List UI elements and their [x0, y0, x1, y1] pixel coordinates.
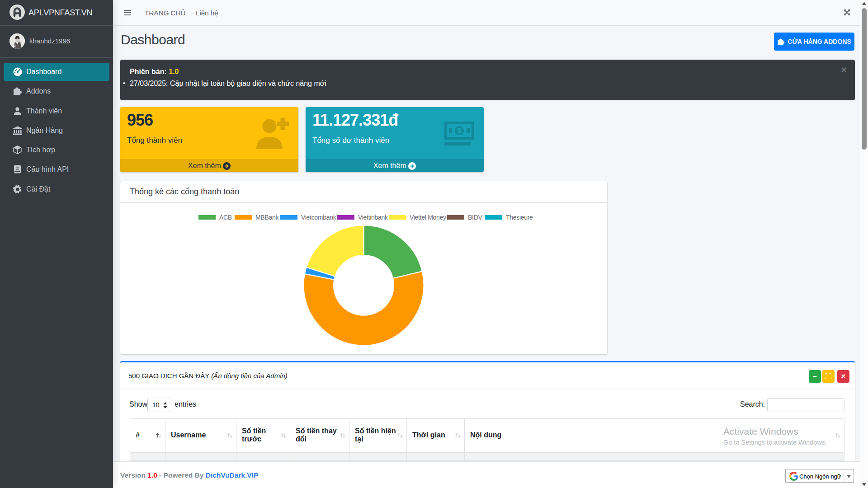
svg-text:$: $ — [457, 127, 462, 135]
